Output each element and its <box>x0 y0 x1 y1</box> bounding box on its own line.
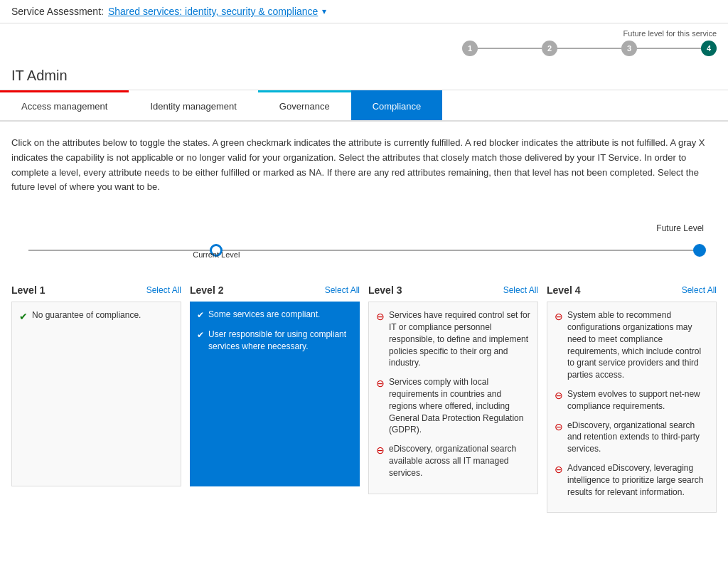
red-block-icon: ⊖ <box>376 444 385 458</box>
level-2-column: Level 2 Select All ✔ Some services are c… <box>190 284 360 513</box>
list-item: ⊖ System evolves to support net-new comp… <box>555 388 709 412</box>
level-4-column: Level 4 Select All ⊖ System able to reco… <box>547 284 717 513</box>
item-text: eDiscovery, organizational search and re… <box>567 420 709 455</box>
step-3[interactable]: 3 <box>621 41 637 56</box>
level-4-select-all[interactable]: Select All <box>682 285 717 295</box>
list-item: ✔ Some services are compliant. <box>197 309 353 321</box>
item-text: Advanced eDiscovery, leveraging intellig… <box>567 462 709 498</box>
list-item: ⊖ Services have required control set for… <box>376 309 530 369</box>
level-1-select-all[interactable]: Select All <box>146 285 181 295</box>
level-3-card: ⊖ Services have required control set for… <box>368 302 538 494</box>
page-title: IT Admin <box>0 59 728 90</box>
tab-access-management[interactable]: Access management <box>0 90 129 120</box>
slider-track <box>28 250 700 251</box>
red-block-icon: ⊖ <box>555 310 563 324</box>
stepper: 1 2 3 4 <box>462 41 717 56</box>
header-service-link[interactable]: Shared services: identity, security & co… <box>108 6 318 17</box>
future-level-dot[interactable] <box>693 244 706 257</box>
red-block-icon: ⊖ <box>376 377 385 391</box>
chevron-down-icon[interactable]: ▾ <box>322 6 326 16</box>
level-1-header: Level 1 Select All <box>11 284 181 296</box>
red-block-icon: ⊖ <box>555 420 563 435</box>
list-item: ✔ No guarantee of compliance. <box>19 309 173 324</box>
list-item: ⊖ System able to recommend configuration… <box>555 309 709 381</box>
level-3-title: Level 3 <box>368 284 402 296</box>
level-slider-section: Future Level Current Level <box>0 202 728 273</box>
green-check-icon: ✔ <box>19 310 28 324</box>
tab-identity-management[interactable]: Identity management <box>129 90 257 120</box>
tab-governance[interactable]: Governance <box>258 90 351 120</box>
level-2-select-all[interactable]: Select All <box>325 285 360 295</box>
step-line-1 <box>478 48 542 49</box>
levels-container: Level 1 Select All ✔ No guarantee of com… <box>0 273 728 524</box>
header: Service Assessment: Shared services: ide… <box>0 0 728 23</box>
item-text: User responsible for using compliant ser… <box>208 329 353 353</box>
level-3-header: Level 3 Select All <box>368 284 538 296</box>
step-line-2 <box>557 48 621 49</box>
level-2-header: Level 2 Select All <box>190 284 360 296</box>
item-text: Some services are compliant. <box>208 309 320 321</box>
item-text: eDiscovery, organizational search availa… <box>389 443 530 479</box>
white-check-icon: ✔ <box>197 329 204 341</box>
future-level-label: Future Level <box>656 223 704 233</box>
white-check-icon: ✔ <box>197 309 204 321</box>
level-4-card: ⊖ System able to recommend configuration… <box>547 302 717 513</box>
step-1[interactable]: 1 <box>462 41 478 56</box>
level-2-title: Level 2 <box>190 284 223 296</box>
item-text: System able to recommend configurations … <box>567 309 709 381</box>
level-1-card: ✔ No guarantee of compliance. <box>11 302 181 486</box>
red-block-icon: ⊖ <box>555 389 563 403</box>
progress-section: Future level for this service 1 2 3 4 <box>0 23 728 59</box>
level-2-card: ✔ Some services are compliant. ✔ User re… <box>190 302 360 486</box>
progress-label: Future level for this service <box>623 29 717 38</box>
header-static-text: Service Assessment: <box>11 6 104 17</box>
item-text: No guarantee of compliance. <box>32 309 141 321</box>
list-item: ⊖ Services comply with local requirement… <box>376 376 530 436</box>
list-item: ✔ User responsible for using compliant s… <box>197 329 353 353</box>
current-level-label: Current Level <box>193 250 240 259</box>
tab-compliance[interactable]: Compliance <box>351 90 443 120</box>
step-4[interactable]: 4 <box>701 41 717 56</box>
level-4-header: Level 4 Select All <box>547 284 717 296</box>
item-text: Services have required control set for I… <box>389 309 530 369</box>
red-block-icon: ⊖ <box>376 310 385 324</box>
step-2[interactable]: 2 <box>542 41 557 56</box>
step-line-3 <box>637 48 701 49</box>
level-1-title: Level 1 <box>11 284 45 296</box>
list-item: ⊖ eDiscovery, organizational search and … <box>555 420 709 455</box>
tabs-container: Access management Identity management Go… <box>0 90 728 122</box>
item-text: System evolves to support net-new compli… <box>567 388 709 412</box>
list-item: ⊖ Advanced eDiscovery, leveraging intell… <box>555 462 709 498</box>
instructions-text: Click on the attributes below to toggle … <box>0 122 728 202</box>
item-text: Services comply with local requirements … <box>389 376 530 436</box>
level-4-title: Level 4 <box>547 284 580 296</box>
red-block-icon: ⊖ <box>555 463 563 477</box>
level-1-column: Level 1 Select All ✔ No guarantee of com… <box>11 284 181 513</box>
level-3-select-all[interactable]: Select All <box>503 285 538 295</box>
level-3-column: Level 3 Select All ⊖ Services have requi… <box>368 284 538 513</box>
list-item: ⊖ eDiscovery, organizational search avai… <box>376 443 530 479</box>
